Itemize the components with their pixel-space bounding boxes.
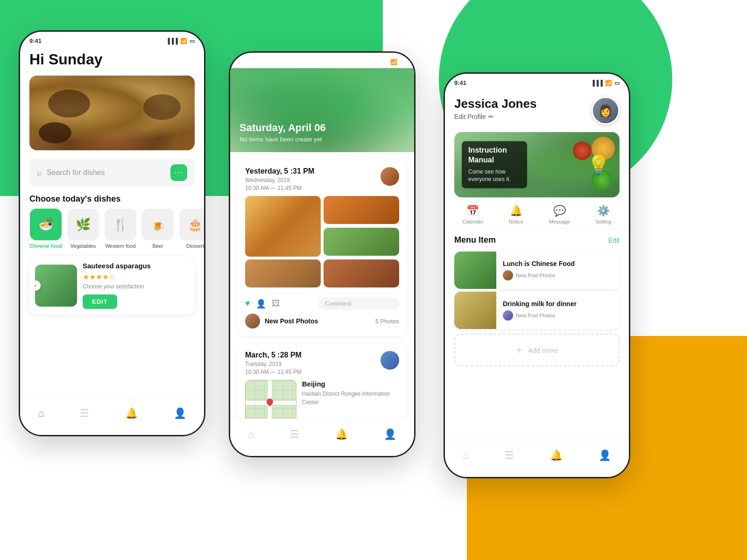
western-food-label: Western food: [105, 243, 135, 249]
location-address: Haidian District Rongke Information Cent…: [302, 390, 399, 406]
post-header-2: March, 5 :28 PM Tuesday, 2019 10:30 AM —…: [245, 351, 399, 375]
western-food-icon: 🍴: [113, 217, 128, 232]
status-bar-center: 9:41 ▐▐▐ 📶 ▭: [230, 53, 414, 68]
post-header-1: Yesterday, 5 :31 PM Wednesday, 2019 10:3…: [245, 167, 399, 191]
bell-icon-c: 🔔: [335, 428, 348, 441]
phone-center: 9:41 ▐▐▐ 📶 ▭ Saturday, April 06 No items…: [229, 51, 416, 457]
nav-home-r[interactable]: ⌂: [463, 449, 469, 462]
menu-item-2: Drinking milk for dinner New Post Photos: [454, 292, 620, 329]
menu-edit-button[interactable]: Edit: [608, 237, 620, 244]
post-date-1: Wednesday, 2019: [245, 177, 314, 183]
location-name: Beijing: [302, 380, 399, 388]
nav-calendar-c[interactable]: ☰: [290, 428, 299, 441]
status-icons-right: ▐▐▐ 📶 ▭: [591, 80, 620, 86]
wifi-icon-c: 📶: [390, 59, 397, 65]
category-beer[interactable]: 🍺 Beer: [141, 209, 174, 249]
bell-icon-r: 🔔: [550, 449, 563, 462]
tab-setting[interactable]: ⚙️ Setting: [595, 205, 611, 224]
bottom-nav-center: ⌂ ☰ 🔔 👤: [230, 419, 414, 456]
dish-info: Sauteesd asparagus ★★★★☆ Choose your set…: [83, 262, 189, 309]
notice-tab-icon: 🔔: [510, 205, 522, 217]
western-icon-bg: 🍴: [105, 209, 136, 240]
nav-bell-c[interactable]: 🔔: [335, 428, 348, 441]
instruction-banner: Instruction Manual Come see how everyone…: [454, 132, 620, 197]
status-time-center: 9:41: [240, 58, 252, 65]
nav-home[interactable]: ⌂: [38, 407, 44, 420]
search-icon: ⌕: [37, 168, 42, 178]
post-meta-1: Yesterday, 5 :31 PM Wednesday, 2019 10:3…: [245, 167, 314, 191]
nav-bell-r[interactable]: 🔔: [550, 449, 563, 462]
post-avatar-1: [381, 167, 399, 186]
photo-sm-1: [324, 196, 399, 224]
plus-icon: +: [515, 343, 522, 357]
chinese-food-label: Chinese food: [29, 243, 62, 249]
nav-bell[interactable]: 🔔: [125, 407, 138, 420]
beer-icon: 🍺: [150, 217, 165, 232]
dish-subtitle: Choose your setisfaction: [83, 283, 189, 290]
hero-date: Saturday, April 06: [240, 122, 326, 134]
signal-icon: ▐▐▐: [166, 38, 178, 44]
tab-message[interactable]: 💬 Message: [549, 205, 570, 224]
profile-info: Jessica Jones Edit Profile ✏: [454, 97, 536, 120]
post-meta-2: March, 5 :28 PM Tuesday, 2019 10:30 AM —…: [245, 351, 302, 375]
menu-item-avatar-1: [503, 270, 513, 280]
menu-item-1: Lunch is Chinese Food New Post Photos: [454, 252, 620, 289]
edit-profile-label: Edit Profile: [454, 113, 486, 120]
tab-notice[interactable]: 🔔 Notice: [509, 205, 523, 224]
setting-tab-icon: ⚙️: [597, 205, 610, 217]
post-time-range-1: 10:30 AM — 11:45 PM: [245, 185, 314, 191]
calendar-tab-label: Calender: [462, 219, 483, 224]
wifi-icon: 📶: [180, 38, 187, 44]
profile-icon-r: 👤: [599, 449, 611, 462]
signal-icon-c: ▐▐▐: [376, 59, 388, 65]
post-footer-1: ♥ 👤 🖼 Comment: [245, 292, 399, 310]
heart-icon[interactable]: ♥: [245, 299, 250, 309]
dessert-icon: 🎂: [188, 217, 203, 232]
person-icon[interactable]: 👤: [256, 299, 266, 309]
hero-food-image: [29, 76, 195, 150]
category-vegetables[interactable]: 🌿 Vegetables: [67, 209, 99, 249]
nav-profile-r[interactable]: 👤: [599, 449, 611, 462]
greeting-header: Hi Sunday: [20, 47, 204, 76]
categories-list: 🍜 Chinese food 🌿 Vegetables 🍴 Western fo…: [20, 209, 204, 249]
vegetables-label: Vegetables: [70, 243, 96, 249]
bottom-nav-right: ⌂ ☰ 🔔 👤: [445, 440, 629, 477]
search-options-button[interactable]: ···: [170, 164, 187, 181]
photo-big-1: [245, 196, 321, 257]
photo-sm-4: [324, 259, 399, 287]
post-avatar-2: [381, 351, 399, 370]
search-bar[interactable]: ⌕ Search for dishes ···: [29, 159, 195, 187]
user-name: Jessica Jones: [454, 97, 536, 111]
nav-profile[interactable]: 👤: [174, 407, 186, 420]
category-dessert[interactable]: 🎂 Dessert: [179, 209, 204, 249]
nav-home-c[interactable]: ⌂: [248, 428, 254, 441]
signal-icon-r: ▐▐▐: [591, 80, 603, 86]
battery-icon: ▭: [190, 38, 195, 44]
comment-input[interactable]: Comment: [318, 297, 399, 310]
search-input-placeholder: Search for dishes: [47, 168, 166, 177]
tab-calendar[interactable]: 📅 Calender: [462, 205, 483, 224]
image-icon[interactable]: 🖼: [272, 299, 280, 309]
category-chinese[interactable]: 🍜 Chinese food: [29, 209, 62, 249]
greeting-text: Hi Sunday: [29, 51, 195, 68]
nav-profile-c[interactable]: 👤: [384, 428, 396, 441]
edit-dish-button[interactable]: EDIT: [83, 294, 117, 309]
profile-icon: 👤: [174, 407, 186, 420]
banner-subtitle: Come see how everyone uses it.: [468, 168, 521, 184]
phone-right: 9:41 ▐▐▐ 📶 ▭ Jessica Jones Edit Profile …: [444, 72, 630, 478]
battery-icon-c: ▭: [400, 59, 405, 65]
photo-sm-3: [245, 259, 321, 287]
menu-item-info-1: Lunch is Chinese Food New Post Photos: [496, 255, 620, 285]
home-icon: ⌂: [38, 407, 44, 420]
nav-calendar[interactable]: ☰: [80, 407, 89, 420]
dish-name: Sauteesd asparagus: [83, 262, 189, 270]
post-time-1: Yesterday, 5 :31 PM: [245, 167, 314, 175]
menu-item-new-post-1: New Post Photos: [516, 273, 555, 278]
status-icons-center: ▐▐▐ 📶 ▭: [376, 59, 405, 65]
category-western[interactable]: 🍴 Western food: [104, 209, 137, 249]
menu-item-title-2: Drinking milk for dinner: [503, 300, 613, 308]
add-more-card[interactable]: + Add more: [454, 334, 620, 366]
nav-calendar-r[interactable]: ☰: [505, 449, 514, 462]
edit-profile-row[interactable]: Edit Profile ✏: [454, 113, 536, 120]
new-post-label-1: New Post Photos: [265, 317, 318, 325]
